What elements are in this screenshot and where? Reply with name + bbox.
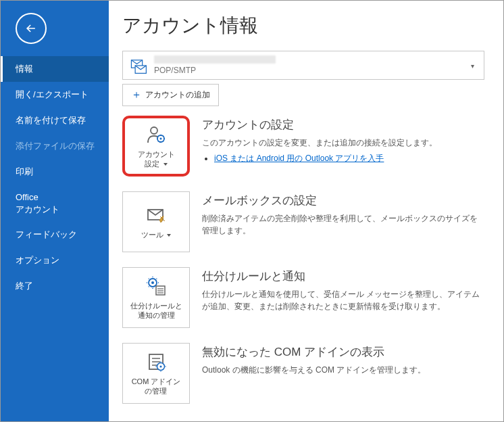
nav-item-6[interactable]: フィードバック <box>1 222 109 248</box>
section-icon-0 <box>145 124 167 145</box>
svg-point-4 <box>160 137 162 139</box>
nav-item-1[interactable]: 開く/エクスポート <box>1 82 109 108</box>
section-button-2[interactable]: 仕分けルールと通知の管理 <box>122 267 190 328</box>
mail-icon <box>130 57 147 74</box>
section-2: 仕分けルールと通知の管理仕分けルールと通知仕分けルールと通知を使用して、受信メー… <box>122 267 484 328</box>
section-button-label: COM アドインの管理 <box>132 377 181 396</box>
section-icon-3 <box>145 351 167 373</box>
section-1: ツール メールボックスの設定削除済みアイテムの完全削除や整理を利用して、メールボ… <box>122 191 484 252</box>
nav-item-4[interactable]: 印刷 <box>1 159 109 185</box>
section-desc: 仕分けルールと通知を使用して、受信メール メッセージを整理し、アイテムが追加、変… <box>202 288 484 312</box>
section-3: COM アドインの管理無効になった COM アドインの表示Outlook の機能… <box>122 343 484 404</box>
section-button-1[interactable]: ツール <box>122 191 190 252</box>
nav-item-3: 添付ファイルの保存 <box>1 133 109 159</box>
section-button-3[interactable]: COM アドインの管理 <box>122 343 190 404</box>
page-title: アカウント情報 <box>122 13 484 39</box>
section-button-label: アカウント設定 <box>138 149 175 169</box>
section-desc: このアカウントの設定を変更、または追加の接続を設定します。 <box>202 137 484 149</box>
account-selector[interactable]: POP/SMTP ▾ <box>122 51 484 80</box>
section-title: アカウントの設定 <box>202 117 484 133</box>
plus-icon: ＋ <box>131 88 142 102</box>
add-account-label: アカウントの追加 <box>145 89 210 101</box>
section-button-label: 仕分けルールと通知の管理 <box>130 301 182 321</box>
arrow-left-icon <box>24 22 38 35</box>
svg-point-7 <box>151 281 154 284</box>
account-protocol: POP/SMTP <box>154 66 276 75</box>
nav-item-2[interactable]: 名前を付けて保存 <box>1 108 109 133</box>
section-icon-2 <box>145 275 167 297</box>
section-button-0[interactable]: アカウント設定 <box>122 116 190 177</box>
section-0: アカウント設定 アカウントの設定このアカウントの設定を変更、または追加の接続を設… <box>122 116 484 177</box>
svg-point-2 <box>151 127 157 134</box>
section-desc: Outlook の機能に影響を与える COM アドインを管理します。 <box>202 364 484 376</box>
section-title: 仕分けルールと通知 <box>202 268 484 284</box>
section-icon-1 <box>145 204 167 226</box>
nav-item-0[interactable]: 情報 <box>1 56 109 82</box>
account-email-redacted <box>154 55 276 64</box>
section-title: 無効になった COM アドインの表示 <box>202 344 484 360</box>
section-desc: 削除済みアイテムの完全削除や整理を利用して、メールボックスのサイズを管理します。 <box>202 212 484 237</box>
outlook-app-link[interactable]: iOS または Android 用の Outlook アプリを入手 <box>214 154 384 163</box>
nav-item-7[interactable]: オプション <box>1 248 109 273</box>
section-title: メールボックスの設定 <box>202 193 484 208</box>
nav-item-8[interactable]: 終了 <box>1 273 109 299</box>
nav-item-5[interactable]: Officeアカウント <box>1 185 109 222</box>
chevron-down-icon: ▾ <box>471 62 474 69</box>
section-button-label: ツール <box>141 230 171 239</box>
svg-point-17 <box>160 365 162 367</box>
back-button[interactable] <box>16 13 47 44</box>
add-account-button[interactable]: ＋ アカウントの追加 <box>122 84 219 106</box>
